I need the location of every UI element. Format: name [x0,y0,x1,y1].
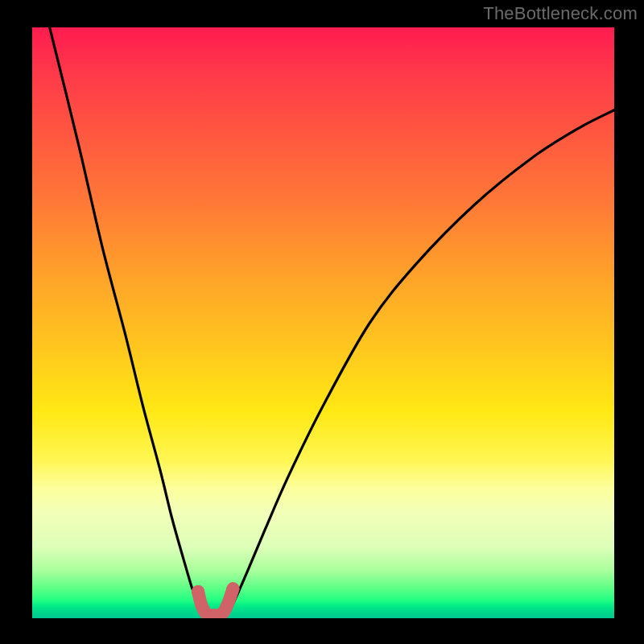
bottom-marker [192,582,239,615]
plot-area [32,27,614,618]
watermark-text: TheBottleneck.com [483,3,638,24]
svg-point-1 [226,582,239,595]
curve-layer [32,27,614,618]
left-curve [50,27,207,617]
svg-point-0 [192,585,204,598]
right-curve [225,110,614,617]
chart-frame: TheBottleneck.com [0,0,644,644]
